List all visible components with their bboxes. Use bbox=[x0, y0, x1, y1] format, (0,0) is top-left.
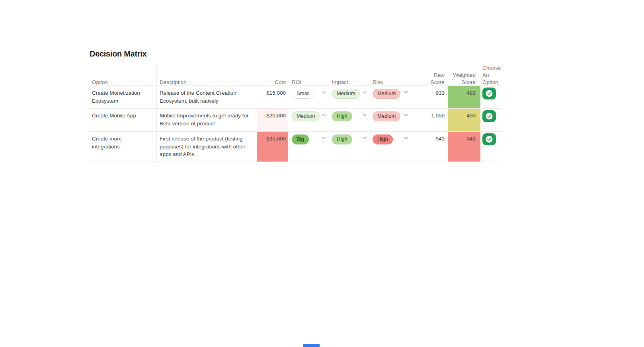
chevron-down-icon[interactable] bbox=[363, 114, 367, 116]
chevron-down-icon[interactable] bbox=[322, 91, 326, 94]
option-cell[interactable]: Create Monetization Ecosystem bbox=[90, 86, 157, 108]
column-header-choose-an-option: Choose An Option bbox=[480, 64, 501, 89]
chevron-down-icon[interactable] bbox=[363, 137, 367, 139]
table-header-row: Option Description Cost ROI Impact Risk … bbox=[90, 64, 501, 86]
chevron-down-icon[interactable] bbox=[404, 137, 408, 139]
chevron-down-icon[interactable] bbox=[322, 137, 326, 139]
roi-dropdown[interactable]: Medium bbox=[288, 109, 329, 131]
risk-dropdown[interactable]: Medium bbox=[370, 86, 412, 108]
risk-value-pill: High bbox=[373, 135, 393, 144]
impact-dropdown[interactable]: High bbox=[329, 109, 370, 131]
choose-option-button[interactable] bbox=[482, 133, 496, 145]
roi-value-pill: Medium bbox=[292, 111, 320, 121]
risk-dropdown[interactable]: High bbox=[370, 132, 412, 162]
check-circle-icon bbox=[486, 136, 493, 143]
cost-cell[interactable]: $15,000 bbox=[257, 86, 288, 108]
description-cell[interactable]: Mobile Improvements to get ready for Bet… bbox=[157, 109, 257, 131]
option-cell[interactable]: Create Mobile App bbox=[90, 109, 157, 131]
table-row: Create more integrations First release o… bbox=[90, 132, 501, 162]
impact-dropdown[interactable]: High bbox=[329, 132, 370, 162]
impact-value-pill: High bbox=[332, 111, 352, 121]
impact-value-pill: Medium bbox=[332, 89, 360, 99]
weighted-score-cell: 343 bbox=[448, 132, 480, 162]
raw-score-cell: 933 bbox=[412, 86, 448, 108]
impact-dropdown[interactable]: Medium bbox=[329, 86, 370, 108]
raw-score-cell: 943 bbox=[412, 132, 448, 162]
cost-cell[interactable]: $20,000 bbox=[257, 109, 288, 131]
chevron-down-icon[interactable] bbox=[322, 114, 326, 116]
risk-value-pill: Medium bbox=[373, 89, 400, 99]
column-header-description: Description bbox=[157, 64, 257, 89]
impact-value-pill: High bbox=[332, 135, 352, 144]
roi-dropdown[interactable]: Small bbox=[288, 86, 329, 108]
choose-option-cell bbox=[480, 86, 501, 108]
chevron-down-icon[interactable] bbox=[363, 91, 367, 94]
choose-option-cell bbox=[480, 109, 501, 131]
risk-value-pill: Medium bbox=[373, 111, 400, 121]
check-circle-icon bbox=[486, 113, 493, 120]
chevron-down-icon[interactable] bbox=[404, 91, 408, 94]
check-circle-icon bbox=[486, 90, 493, 97]
decision-matrix-widget: Decision Matrix Option Description Cost … bbox=[90, 49, 527, 162]
column-header-risk: Risk bbox=[370, 64, 412, 89]
option-cell[interactable]: Create more integrations bbox=[90, 132, 157, 162]
choose-option-button[interactable] bbox=[482, 88, 496, 99]
weighted-score-cell: 483 bbox=[448, 86, 480, 108]
weighted-score-cell: 450 bbox=[448, 109, 480, 131]
raw-score-cell: 1,050 bbox=[412, 109, 448, 131]
column-header-option: Option bbox=[90, 64, 157, 89]
decision-matrix-table: Option Description Cost ROI Impact Risk … bbox=[90, 64, 501, 162]
risk-dropdown[interactable]: Medium bbox=[370, 109, 412, 131]
choose-option-cell bbox=[480, 132, 501, 162]
chevron-down-icon[interactable] bbox=[404, 114, 408, 116]
roi-value-pill: Small bbox=[292, 89, 314, 99]
page-title: Decision Matrix bbox=[90, 49, 527, 58]
choose-option-button[interactable] bbox=[482, 110, 496, 122]
roi-value-pill: Big bbox=[292, 135, 309, 144]
description-cell[interactable]: First release of the product (testing pu… bbox=[157, 132, 257, 162]
column-header-weighted-score: Weighted Score bbox=[448, 64, 480, 89]
roi-dropdown[interactable]: Big bbox=[288, 132, 329, 162]
table-row: Create Monetization Ecosystem Release of… bbox=[90, 86, 501, 109]
column-header-raw-score: Raw Score bbox=[412, 64, 448, 89]
column-header-cost: Cost bbox=[257, 64, 288, 89]
bottom-blue-bar bbox=[303, 344, 320, 347]
column-header-roi: ROI bbox=[288, 64, 329, 89]
table-row: Create Mobile App Mobile Improvements to… bbox=[90, 109, 501, 132]
column-header-impact: Impact bbox=[329, 64, 370, 89]
cost-cell[interactable]: $35,000 bbox=[257, 132, 288, 162]
description-cell[interactable]: Release of the Content Creation Ecosyste… bbox=[157, 86, 257, 108]
